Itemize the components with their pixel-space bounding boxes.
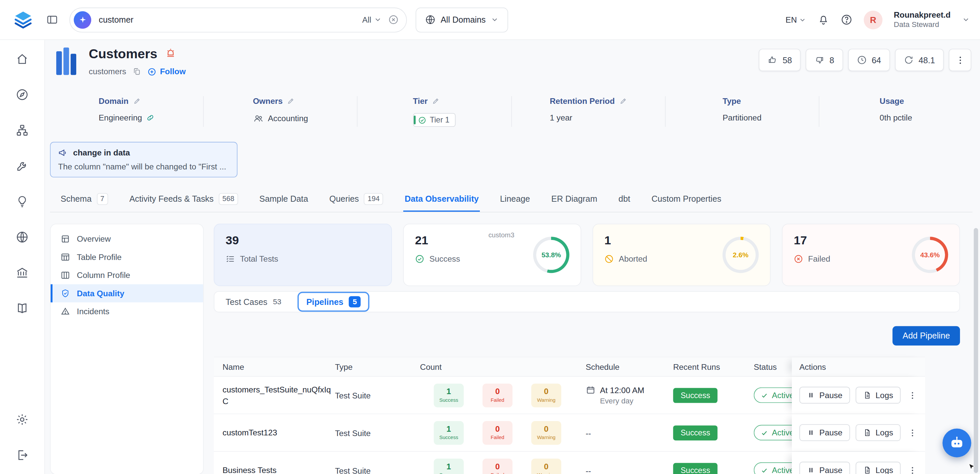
summary-cards: 39 Total Tests 21 [214, 224, 960, 286]
rail-item-home[interactable] [11, 48, 33, 70]
pipeline-name[interactable]: customTest123 [223, 428, 285, 437]
failed-value: 17 [794, 234, 830, 247]
tab-label: Sample Data [259, 194, 308, 204]
pipeline-name[interactable]: customers_TestSuite_nuQfxIqC [223, 385, 331, 406]
rail-item-logout[interactable] [11, 444, 33, 466]
upvote-button[interactable]: 58 [759, 49, 801, 71]
follow-button[interactable]: Follow [148, 67, 186, 76]
rail-item-insights[interactable] [11, 190, 33, 213]
subnav-item-incidents[interactable]: Incidents [51, 302, 203, 320]
recent-run-badge[interactable]: Success [673, 463, 718, 474]
edit-pencil-icon[interactable] [432, 97, 439, 105]
tab-queries[interactable]: Queries194 [328, 189, 385, 212]
logs-button[interactable]: Logs [856, 462, 901, 474]
recent-run-badge[interactable]: Success [673, 388, 718, 403]
score-button[interactable]: 48.1 [895, 49, 944, 71]
recent-run-badge[interactable]: Success [673, 425, 718, 440]
pause-button[interactable]: Pause [800, 424, 850, 441]
domain-value[interactable]: Engineering [99, 113, 142, 122]
edit-pencil-icon[interactable] [287, 97, 295, 105]
announcement-banner[interactable]: change in data The column "name" will be… [50, 142, 237, 177]
subnav-item-table-profile[interactable]: Table Profile [51, 248, 203, 266]
rail-item-explore[interactable] [11, 83, 33, 106]
bell-icon [818, 14, 829, 25]
link-icon[interactable] [146, 114, 154, 122]
summary-card-failed: 17 Failed 43.6% [782, 224, 960, 286]
logs-button[interactable]: Logs [856, 424, 901, 441]
rail-item-data-assets[interactable] [11, 119, 33, 142]
language-selector[interactable]: EN [786, 15, 806, 24]
tab-sample-data[interactable]: Sample Data [258, 189, 309, 212]
tab-schema[interactable]: Schema7 [59, 189, 109, 212]
circle-slash-icon [605, 254, 614, 264]
subnav-item-data-quality[interactable]: Data Quality [51, 284, 203, 302]
clear-search-icon[interactable] [388, 14, 399, 25]
tab-dbt[interactable]: dbt [617, 189, 632, 212]
global-search[interactable]: All [69, 7, 407, 32]
rail-item-services[interactable] [11, 154, 33, 177]
check-icon [760, 466, 768, 474]
add-pipeline-button[interactable]: Add Pipeline [893, 326, 960, 345]
check-icon [760, 391, 768, 399]
copy-icon[interactable] [132, 67, 141, 76]
tab-er-diagram[interactable]: ER Diagram [550, 189, 599, 212]
sidebar-toggle-button[interactable] [44, 11, 60, 28]
domains-filter-button[interactable]: All Domains [415, 7, 508, 32]
user-avatar[interactable]: R [864, 10, 883, 29]
success-donut-chart: 53.8% [533, 237, 570, 273]
tab-data-observability[interactable]: Data Observability [403, 189, 480, 212]
search-input[interactable] [97, 14, 356, 25]
tab-label: Queries [329, 194, 359, 204]
pause-button[interactable]: Pause [800, 387, 850, 404]
logout-icon [16, 449, 29, 461]
rail-item-settings[interactable] [11, 408, 33, 431]
tab-count-badge: 194 [364, 193, 383, 205]
search-scope-dropdown[interactable]: All [362, 15, 382, 24]
rail-item-domains[interactable] [11, 226, 33, 248]
app-logo-icon[interactable] [13, 9, 35, 30]
tab-custom-properties[interactable]: Custom Properties [650, 189, 722, 212]
edit-pencil-icon[interactable] [133, 97, 140, 105]
edit-pencil-icon[interactable] [619, 97, 627, 105]
notifications-button[interactable] [818, 14, 829, 25]
chevron-down-icon[interactable] [962, 16, 970, 24]
tab-test-cases[interactable]: Test Cases 53 [226, 297, 282, 306]
aborted-donut-chart: 2.6% [722, 237, 759, 273]
user-menu[interactable]: Rounakpreet.d Data Steward [894, 10, 951, 30]
views-button[interactable]: 64 [848, 49, 890, 71]
row-kebab-menu-icon[interactable] [907, 464, 919, 474]
announcement-title: change in data [73, 148, 130, 157]
table-header: Name Type Count Schedule Recent Runs Sta… [214, 358, 925, 377]
announcement-alert-icon[interactable] [165, 48, 176, 59]
vertical-scrollbar[interactable] [974, 228, 978, 473]
aborted-value: 1 [605, 234, 648, 247]
ai-sparkle-icon[interactable] [73, 11, 91, 29]
row-kebab-menu-icon[interactable] [907, 426, 919, 439]
subnav-item-overview[interactable]: Overview [51, 230, 203, 248]
subnav-label: Data Quality [77, 289, 124, 298]
pause-button[interactable]: Pause [800, 462, 850, 474]
pipelines-table: Name Type Count Schedule Recent Runs Sta… [214, 357, 925, 474]
tab-activity-feeds[interactable]: Activity Feeds & Tasks568 [128, 189, 239, 212]
logs-button[interactable]: Logs [856, 387, 901, 404]
tier-badge[interactable]: Tier 1 [413, 113, 456, 127]
topbar: All All Domains EN R [0, 0, 980, 40]
tab-pipelines[interactable]: Pipelines 5 [298, 292, 370, 312]
owners-value[interactable]: Accounting [268, 114, 308, 123]
row-kebab-menu-icon[interactable] [907, 389, 919, 401]
subnav-item-column-profile[interactable]: Column Profile [51, 266, 203, 284]
col-header-count: Count [420, 362, 585, 371]
total-tests-value: 39 [226, 234, 278, 247]
entity-more-menu-button[interactable] [949, 49, 971, 71]
downvote-button[interactable]: 8 [806, 49, 843, 71]
help-button[interactable] [840, 14, 853, 25]
entity-title: Customers [89, 46, 158, 61]
pipeline-name[interactable]: Business Tests [223, 466, 284, 474]
column-profile-icon [60, 270, 70, 280]
support-chat-button[interactable] [942, 429, 971, 457]
failed-count-pill: 0Failed [482, 458, 512, 474]
rail-item-knowledge-center[interactable] [11, 297, 33, 320]
rail-item-govern[interactable] [11, 261, 33, 284]
tab-lineage[interactable]: Lineage [499, 189, 531, 212]
thumbs-up-icon [768, 55, 778, 65]
